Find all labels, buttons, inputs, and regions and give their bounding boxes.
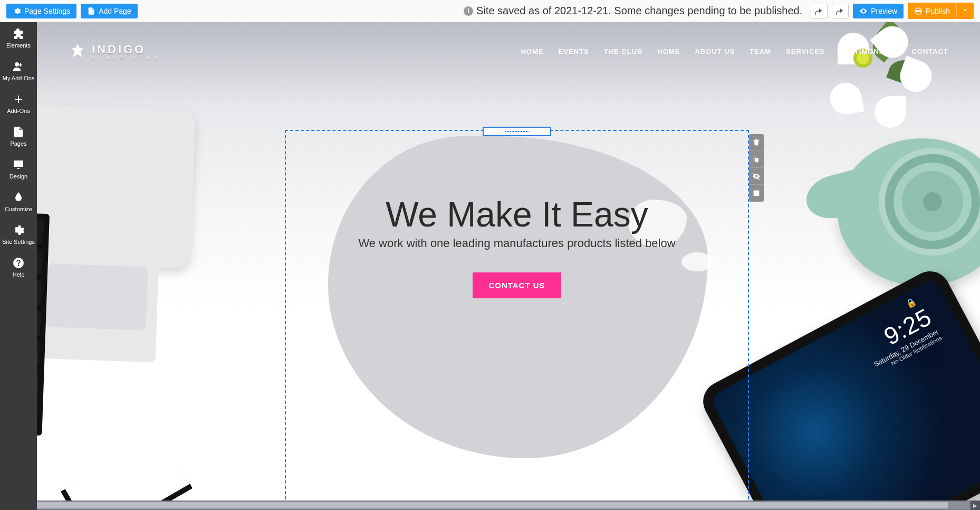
hide-section-button[interactable] [749,168,764,185]
delete-section-button[interactable] [749,134,764,151]
hero-title[interactable]: We Make It Easy [286,194,748,234]
sidebar-label: Add-Ons [7,108,30,114]
redo-icon [836,7,844,15]
site-nav: HOME EVENTS THE CLUB HOME ABOUT US TEAM … [521,48,948,55]
page-icon [87,7,95,15]
scroll-right-button[interactable]: ▶ [971,500,980,510]
save-status-text: Site saved as of 2021-12-21. Some change… [476,5,802,17]
editor-sidebar: Elements My Add-Ons Add-Ons Pages Design… [0,22,37,510]
decor-laptop [37,102,217,449]
nav-link[interactable]: EVENTS [559,48,589,55]
monitor-icon [12,158,25,171]
logo-subtext: DANCE CLUB [92,55,161,60]
nav-link[interactable]: HOME [657,48,680,55]
editor-canvas[interactable]: 🔒 9:25 Saturday, 29 December No Older No… [37,22,980,500]
scroll-thumb[interactable] [32,502,948,508]
eye-icon [859,7,868,15]
sidebar-label: My Add-Ons [3,75,35,81]
trash-icon [752,138,761,147]
editor-topbar: Page Settings Add Page i Site saved as o… [0,0,980,22]
publish-group: Publish [908,3,974,19]
copy-icon [752,155,761,164]
eye-off-icon [752,172,761,181]
publish-dropdown-button[interactable] [956,3,974,19]
preview-label: Preview [871,7,897,15]
logo-text: INDIGO [92,43,161,56]
page-settings-label: Page Settings [24,7,70,15]
page-settings-button[interactable]: Page Settings [6,4,76,18]
undo-icon [815,7,823,15]
sidebar-item-pages[interactable]: Pages [0,120,37,153]
sidebar-item-site-settings[interactable]: Site Settings [0,219,37,251]
sidebar-label: Design [9,173,27,180]
sidebar-label: Site Settings [2,239,35,245]
publish-button[interactable]: Publish [908,3,956,19]
sidebar-label: Pages [10,140,26,147]
nav-link[interactable]: HOME [521,48,544,55]
gear-icon [12,224,25,237]
add-page-label: Add Page [99,7,131,15]
expand-section-button[interactable] [749,185,764,202]
nav-link[interactable]: TESTIMONIALS [840,48,897,55]
nav-link[interactable]: TEAM [750,48,771,55]
site-logo[interactable]: INDIGO DANCE CLUB [69,42,161,60]
nav-link[interactable]: CONTACT [911,48,948,55]
sidebar-item-customize[interactable]: Customize [0,186,37,219]
gear-icon [13,7,21,15]
puzzle-icon [12,27,25,40]
sidebar-item-design[interactable]: Design [0,153,37,186]
sidebar-item-elements[interactable]: Elements [0,22,37,55]
sidebar-label: Customize [5,206,32,212]
drop-icon [12,191,25,204]
redo-button[interactable] [832,4,849,18]
save-status: i Site saved as of 2021-12-21. Some chan… [464,5,802,17]
site-header: INDIGO DANCE CLUB HOME EVENTS THE CLUB H… [37,22,980,80]
sidebar-item-my-addons[interactable]: My Add-Ons [0,55,37,88]
logo-icon [69,42,87,60]
nav-link[interactable]: ABOUT US [695,48,735,55]
undo-button[interactable] [811,4,828,18]
nav-link[interactable]: SERVICES [786,48,825,55]
plus-icon [12,93,25,106]
publish-label: Publish [926,7,950,15]
globe-icon [914,7,923,15]
question-icon [12,257,25,269]
info-icon: i [464,6,473,16]
sidebar-label: Help [13,271,25,278]
caret-down-icon [961,6,969,14]
sidebar-item-help[interactable]: Help [0,251,37,284]
section-toolbox [749,134,764,202]
duplicate-section-button[interactable] [749,151,764,168]
page-icon [12,126,25,138]
svg-rect-0 [754,191,758,195]
user-plus-icon [12,60,25,73]
scroll-track[interactable] [11,502,969,509]
sidebar-label: Elements [6,42,31,49]
selected-section[interactable]: We Make It Easy We work with one leading… [285,130,749,500]
hero-cta-button[interactable]: CONTACT US [473,272,561,298]
hero-content: We Make It Easy We work with one leading… [286,194,748,298]
sidebar-item-addons[interactable]: Add-Ons [0,88,37,120]
square-icon [752,189,761,197]
preview-button[interactable]: Preview [853,4,904,18]
drag-handle[interactable] [483,127,551,136]
hero-subtitle[interactable]: We work with one leading manufactures pr… [286,237,748,250]
horizontal-scrollbar: ◀ ▶ [0,500,980,510]
add-page-button[interactable]: Add Page [81,4,138,18]
nav-link[interactable]: THE CLUB [604,48,643,55]
